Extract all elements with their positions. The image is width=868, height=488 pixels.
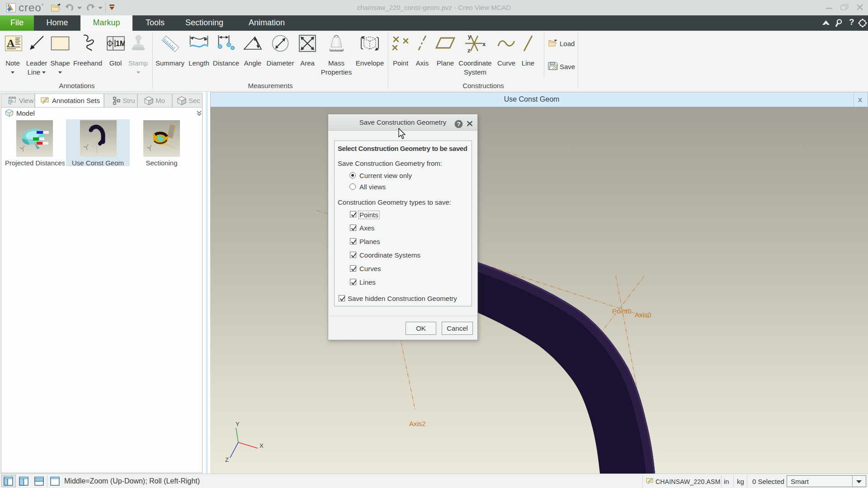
svg-text:Axis2: Axis2 bbox=[409, 420, 426, 427]
svg-text:Axis0: Axis0 bbox=[635, 311, 651, 319]
svg-text:Z: Z bbox=[225, 456, 229, 463]
svg-text:z: z bbox=[467, 47, 471, 53]
svg-text:Point0: Point0 bbox=[612, 307, 632, 315]
svg-text:y: y bbox=[468, 34, 472, 40]
svg-text:Y: Y bbox=[236, 421, 240, 427]
svg-text:?: ? bbox=[457, 121, 461, 127]
svg-text:1M: 1M bbox=[116, 40, 125, 47]
svg-text:X: X bbox=[259, 442, 264, 449]
svg-text:x: x bbox=[482, 41, 486, 47]
